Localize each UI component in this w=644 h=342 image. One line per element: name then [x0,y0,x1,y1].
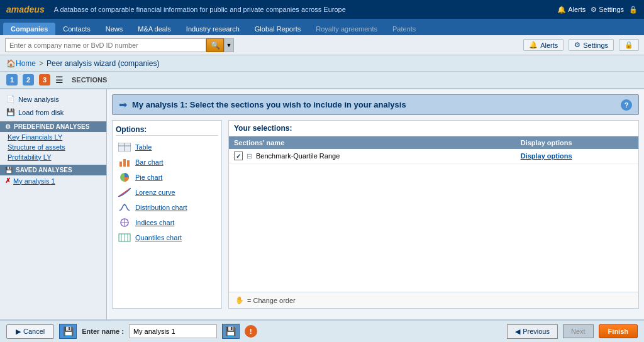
change-order-text: = Change order [247,297,296,304]
row-display-options-cell: Display options [516,149,638,163]
play-icon: ▶ [16,328,21,336]
tab-industry-research[interactable]: Industry research [179,23,247,35]
table-row: ⊟ Benchmark-Quartile Range Display optio… [229,149,638,163]
next-button: Next [563,324,594,338]
pie-chart-icon [118,172,131,182]
gear-nav-icon: ⚙ [574,41,580,49]
bar-chart-icon [118,157,131,167]
option-distribution-chart[interactable]: Distribution chart [116,200,218,215]
options-panel-title: Options: [116,124,218,136]
breadcrumb-current: Peer analysis wizard (companies) [47,59,159,68]
option-quantiles-chart[interactable]: Quantiles chart [116,230,218,245]
breadcrumb-home[interactable]: Home [16,59,36,68]
content-header: ➡ My analysis 1: Select the sections you… [112,94,639,115]
content-area: ➡ My analysis 1: Select the sections you… [107,89,644,319]
quantiles-chart-icon [118,233,131,243]
bell-nav-icon: 🔔 [529,41,538,49]
settings-nav-button[interactable]: ⚙ Settings [569,39,614,51]
option-lorenz-curve[interactable]: Lorenz curve [116,185,218,200]
app-logo: amadeus [6,4,45,14]
gear-section-icon: ⚙ [5,123,11,130]
step-3[interactable]: 3 [39,74,50,86]
search-dropdown-button[interactable]: ▼ [224,38,234,52]
tab-contacts[interactable]: Contacts [55,23,97,35]
previous-button[interactable]: ◀ Previous [507,324,558,339]
tab-news[interactable]: News [98,23,131,35]
save-section-icon: 💾 [5,167,13,174]
remove-analysis-button[interactable]: ✗ [5,177,11,185]
enter-name-label: Enter name : [82,328,124,335]
breadcrumb-separator: > [39,59,43,68]
analysis-name-input[interactable] [129,324,217,338]
row-checkbox[interactable] [234,152,243,160]
arrow-right-icon: ➡ [119,99,127,111]
table-header-row: Sections' name Display options [229,136,638,149]
row-section-name: Benchmark-Quartile Range [256,152,340,160]
sidebar-item-profitability[interactable]: Profitability LY [0,152,106,162]
selections-table: Sections' name Display options ⊟ Benchma… [229,136,638,163]
footer: ▶ Cancel 💾 Enter name : 💾 ! ◀ Previous N… [0,319,644,342]
sidebar-item-key-financials[interactable]: Key Financials LY [0,132,106,142]
search-bar: ▼ 🔔 Alerts ⚙ Settings 🔒 [0,35,644,55]
row-icon: ⊟ [247,152,252,160]
alerts-button[interactable]: 🔔 Alerts [557,6,586,14]
display-options-link[interactable]: Display options [521,152,572,160]
app-header: amadeus A database of comparable financi… [0,0,644,19]
svg-rect-4 [123,159,126,167]
sidebar: 📄 New analysis 💾 Load from disk ⚙ PREDEF… [0,89,107,319]
sections-label: SECTIONS [72,76,107,84]
col-sections-name: Sections' name [229,136,516,149]
breadcrumb: 🏠 Home > Peer analysis wizard (companies… [0,55,644,72]
table-icon [118,142,131,152]
option-table[interactable]: Table [116,140,218,155]
option-indices-chart[interactable]: Indices chart [116,215,218,230]
step-1[interactable]: 1 [6,74,18,86]
new-analysis-icon: 📄 [6,95,15,103]
option-bar-chart[interactable]: Bar chart [116,155,218,170]
selections-header: Your selections: [229,121,638,136]
warning-icon: ! [245,325,257,338]
option-pie-chart[interactable]: Pie chart [116,170,218,185]
cancel-button[interactable]: ▶ Cancel [6,324,54,339]
search-button[interactable] [206,38,224,52]
saved-analyses-section: 💾 SAVED ANALYSES [0,165,106,175]
lock-icon: 🔒 [625,41,633,49]
save-disk-icon: 💾 [63,326,74,336]
tab-companies[interactable]: Companies [3,23,55,35]
saved-analysis-link[interactable]: My analysis 1 [13,177,55,185]
header-action-buttons: 🔔 Alerts ⚙ Settings 🔒 [523,39,639,51]
load-from-disk-button[interactable]: 💾 Load from disk [0,106,106,119]
settings-icon: ⚙ [591,6,597,14]
tab-global-reports[interactable]: Global Reports [247,23,308,35]
options-panel: Options: Table Bar chart [112,120,222,309]
tab-patents: Patents [385,23,423,35]
save-name-button[interactable]: 💾 [222,324,240,339]
two-column-area: Options: Table Bar chart [112,120,639,309]
drag-icon: ✋ [235,296,244,304]
new-analysis-button[interactable]: 📄 New analysis [0,92,106,106]
tab-royalty-agreements: Royalty agreements [308,23,385,35]
app-tagline: A database of comparable financial infor… [54,6,346,13]
content-title: My analysis 1: Select the sections you w… [132,100,616,109]
settings-button[interactable]: ⚙ Settings [591,6,624,14]
finish-button[interactable]: Finish [599,324,638,338]
distribution-chart-icon [118,202,131,212]
user-icon-button[interactable]: 🔒 [629,6,638,14]
save-button[interactable]: 💾 [59,324,77,339]
svg-rect-3 [119,162,122,167]
alerts-nav-button[interactable]: 🔔 Alerts [523,39,564,51]
bell-icon: 🔔 [557,6,566,14]
search-input[interactable] [5,38,206,52]
help-button[interactable]: ? [621,99,632,111]
steps-sections-icon: ☰ [55,75,64,85]
main-area: 📄 New analysis 💾 Load from disk ⚙ PREDEF… [0,89,644,319]
step-2[interactable]: 2 [23,74,34,86]
lorenz-curve-icon [118,187,131,197]
nav-tabs: Companies Contacts News M&A deals Indust… [0,19,644,35]
lock-nav-button[interactable]: 🔒 [619,39,639,51]
indices-chart-icon [118,218,131,228]
tab-ma-deals[interactable]: M&A deals [130,23,179,35]
prev-arrow-icon: ◀ [515,328,520,336]
header-right: 🔔 Alerts ⚙ Settings 🔒 [557,6,638,14]
sidebar-item-structure-assets[interactable]: Structure of assets [0,142,106,152]
